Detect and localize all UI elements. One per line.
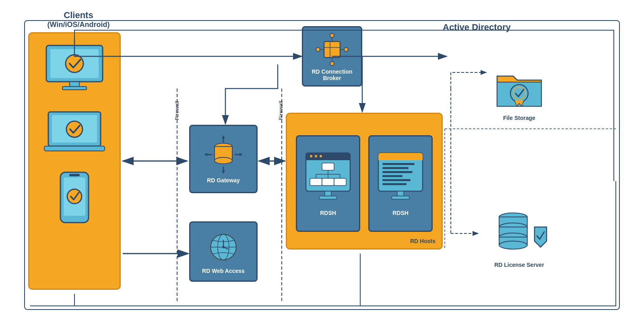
svg-point-17 xyxy=(344,47,348,52)
diagram-container: Clients (Win/iOS/Android) Active Directo… xyxy=(16,8,628,314)
broker-label: RD Connection Broker xyxy=(303,68,361,81)
laptop-icon xyxy=(42,110,107,158)
svg-rect-62 xyxy=(382,163,415,165)
rdsh2-box: RDSH xyxy=(368,135,433,232)
rdsh1-icon xyxy=(304,151,352,207)
desktop-icon xyxy=(42,43,107,96)
svg-rect-11 xyxy=(69,174,80,176)
phone-icon xyxy=(56,170,93,227)
svg-rect-48 xyxy=(322,163,334,170)
svg-rect-61 xyxy=(378,158,423,160)
svg-rect-68 xyxy=(397,191,404,196)
active-directory-label: Active Directory xyxy=(443,22,511,33)
rdhosts-label: RD Hosts xyxy=(287,238,442,244)
rdsh1-box: RDSH xyxy=(296,135,360,232)
svg-rect-69 xyxy=(392,196,409,199)
firewall1-label: Firewall xyxy=(174,101,180,120)
svg-marker-28 xyxy=(222,135,225,138)
svg-point-7 xyxy=(66,121,83,137)
webaccess-icon xyxy=(205,229,242,265)
rd-gateway-box: RD Gateway xyxy=(189,125,258,193)
rd-webaccess-box: RD Web Access xyxy=(189,221,258,282)
svg-point-46 xyxy=(315,155,317,157)
file-storage-icon xyxy=(493,64,545,112)
broker-icon xyxy=(314,31,350,68)
svg-point-2 xyxy=(66,55,83,72)
rd-broker-box: RD Connection Broker xyxy=(302,26,362,87)
clients-title: Clients (Win/iOS/Android) xyxy=(34,10,123,29)
svg-point-19 xyxy=(316,47,320,52)
rd-license-box: RD License Server xyxy=(479,201,559,274)
license-label: RD License Server xyxy=(494,262,544,268)
svg-rect-65 xyxy=(382,175,402,177)
svg-point-47 xyxy=(320,155,322,157)
rdsh2-icon xyxy=(376,151,425,207)
svg-point-45 xyxy=(310,155,312,157)
svg-marker-30 xyxy=(222,171,225,174)
rdsh1-label: RDSH xyxy=(320,210,336,216)
svg-rect-8 xyxy=(44,146,105,151)
webaccess-label: RD Web Access xyxy=(202,268,245,274)
svg-marker-34 xyxy=(239,153,243,156)
svg-rect-67 xyxy=(382,183,407,185)
file-storage-box: File Storage xyxy=(487,60,551,125)
laptop-device xyxy=(40,106,109,162)
clients-box xyxy=(28,32,121,290)
svg-point-78 xyxy=(499,241,527,249)
rd-hosts-box: RDSH xyxy=(286,113,443,250)
svg-rect-64 xyxy=(382,171,413,173)
license-icon xyxy=(487,207,551,259)
gateway-icon xyxy=(203,134,244,175)
svg-rect-55 xyxy=(322,178,334,186)
svg-rect-54 xyxy=(310,178,322,186)
svg-rect-66 xyxy=(382,179,411,181)
svg-rect-3 xyxy=(70,82,79,87)
svg-rect-63 xyxy=(382,167,409,169)
firewall2-label: Firewall xyxy=(278,101,284,120)
svg-rect-58 xyxy=(319,196,337,199)
file-storage-label: File Storage xyxy=(503,115,535,121)
svg-point-16 xyxy=(330,33,334,37)
svg-marker-32 xyxy=(204,153,207,156)
phone-device xyxy=(40,170,109,227)
svg-rect-44 xyxy=(306,158,350,160)
svg-point-12 xyxy=(67,189,82,204)
svg-rect-13 xyxy=(324,41,340,58)
svg-rect-56 xyxy=(334,178,346,186)
svg-point-18 xyxy=(330,62,334,66)
rdsh-container: RDSH xyxy=(287,129,442,238)
svg-rect-57 xyxy=(325,191,331,196)
svg-point-26 xyxy=(215,157,232,164)
desktop-device xyxy=(40,41,109,98)
rdsh2-label: RDSH xyxy=(392,210,409,216)
gateway-label: RD Gateway xyxy=(207,177,240,184)
svg-rect-4 xyxy=(62,87,87,90)
